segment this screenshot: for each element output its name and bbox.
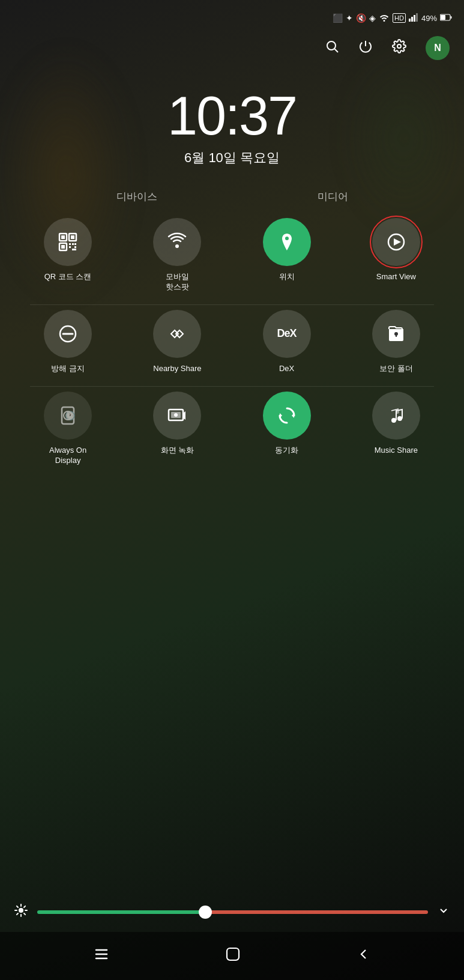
tile-dnd[interactable]: 방해 금지 bbox=[18, 310, 118, 374]
tabs-row: 디바이스 미디어 bbox=[0, 185, 464, 208]
smart-view-icon-wrap bbox=[372, 218, 420, 266]
hd-icon: HD bbox=[393, 13, 406, 23]
clock-time: 10:37 bbox=[167, 89, 297, 143]
recents-button[interactable] bbox=[94, 948, 109, 964]
qr-scan-icon-wrap bbox=[44, 218, 92, 266]
aod-icon-wrap: 🕐 bbox=[44, 392, 92, 440]
svg-point-9 bbox=[397, 44, 401, 48]
svg-marker-38 bbox=[292, 413, 294, 418]
svg-rect-0 bbox=[409, 19, 411, 22]
tile-qr-scan[interactable]: QR 코드 스캔 bbox=[18, 218, 118, 292]
svg-line-8 bbox=[335, 49, 339, 53]
svg-rect-11 bbox=[61, 235, 65, 239]
svg-rect-16 bbox=[69, 243, 71, 245]
bluetooth-icon: ✦ bbox=[346, 13, 353, 23]
spacer bbox=[0, 477, 464, 892]
brightness-icon bbox=[14, 904, 28, 920]
dnd-label: 방해 금지 bbox=[51, 364, 85, 374]
svg-line-48 bbox=[17, 906, 18, 907]
tile-mobile-hotspot[interactable]: 모바일핫스팟 bbox=[127, 218, 227, 292]
brightness-chevron[interactable] bbox=[438, 904, 450, 919]
qs-header: N bbox=[0, 36, 464, 65]
svg-marker-23 bbox=[394, 238, 401, 246]
power-button[interactable] bbox=[358, 39, 373, 57]
dnd-icon-wrap bbox=[44, 310, 92, 358]
svg-rect-20 bbox=[72, 249, 76, 250]
brightness-thumb[interactable] bbox=[199, 906, 212, 919]
tab-media[interactable]: 미디어 bbox=[306, 185, 360, 208]
avatar[interactable]: N bbox=[426, 36, 450, 60]
brightness-bar bbox=[0, 892, 464, 932]
tile-screen-record[interactable]: 화면 녹화 bbox=[127, 392, 227, 466]
tile-secure-folder[interactable]: 보안 폴더 bbox=[346, 310, 446, 374]
tiles-row-1: QR 코드 스캔 모바일핫스팟 bbox=[18, 218, 446, 292]
qr-scan-label: QR 코드 스캔 bbox=[44, 272, 92, 282]
wifi-icon bbox=[379, 13, 390, 23]
status-icons: ⬛ ✦ 🔇 ◈ HD 49% bbox=[333, 13, 452, 23]
divider-2 bbox=[30, 386, 434, 387]
divider-1 bbox=[30, 304, 434, 305]
tiles-section: QR 코드 스캔 모바일핫스팟 bbox=[0, 218, 464, 477]
mute-icon: 🔇 bbox=[356, 13, 366, 23]
svg-point-40 bbox=[391, 418, 396, 423]
svg-rect-6 bbox=[451, 16, 452, 19]
tile-sync[interactable]: 동기화 bbox=[237, 392, 337, 466]
search-button[interactable] bbox=[325, 39, 339, 57]
svg-rect-18 bbox=[74, 243, 76, 245]
secure-folder-icon-wrap bbox=[372, 310, 420, 358]
tile-nearby-share[interactable]: Nearby Share bbox=[127, 310, 227, 374]
svg-rect-21 bbox=[74, 246, 76, 248]
hotspot-label: 모바일핫스팟 bbox=[166, 272, 189, 292]
secure-folder-label: 보안 폴더 bbox=[379, 364, 413, 374]
dex-label: DeX bbox=[279, 364, 294, 374]
screen-record-icon-wrap bbox=[153, 392, 201, 440]
battery-icon bbox=[440, 13, 452, 23]
tiles-row-3: 🕐 Always OnDisplay bbox=[18, 392, 446, 466]
back-button[interactable] bbox=[357, 948, 370, 964]
nav-bar bbox=[0, 932, 464, 980]
home-button[interactable] bbox=[224, 946, 241, 966]
svg-rect-15 bbox=[61, 245, 65, 249]
svg-point-43 bbox=[19, 908, 23, 913]
nearby-share-label: Nearby Share bbox=[153, 364, 201, 374]
battery-text: 49% bbox=[421, 14, 437, 23]
svg-rect-19 bbox=[69, 246, 71, 248]
signal-icon bbox=[409, 13, 418, 23]
settings-button[interactable] bbox=[392, 39, 406, 57]
tile-smart-view[interactable]: Smart View bbox=[346, 218, 446, 292]
music-share-label: Music Share bbox=[375, 446, 418, 456]
clock-area: 10:37 6월 10일 목요일 bbox=[0, 65, 464, 185]
svg-rect-3 bbox=[416, 13, 418, 22]
tile-location[interactable]: 위치 bbox=[237, 218, 337, 292]
svg-rect-2 bbox=[414, 15, 415, 22]
clock-date: 6월 10일 목요일 bbox=[184, 149, 280, 167]
tile-dex[interactable]: DeX DeX bbox=[237, 310, 337, 374]
svg-rect-55 bbox=[227, 948, 239, 960]
location-icon-wrap bbox=[263, 218, 311, 266]
sync-label: 동기화 bbox=[275, 446, 298, 456]
location-icon: ◈ bbox=[369, 13, 376, 23]
brightness-track[interactable] bbox=[37, 910, 428, 914]
hotspot-icon-wrap bbox=[153, 218, 201, 266]
svg-point-41 bbox=[397, 416, 402, 421]
music-share-icon-wrap bbox=[372, 392, 420, 440]
svg-point-37 bbox=[174, 413, 178, 417]
tiles-row-2: 방해 금지 Nearby Share DeX DeX bbox=[18, 310, 446, 374]
dex-icon-wrap: DeX bbox=[263, 310, 311, 358]
sync-icon-wrap bbox=[263, 392, 311, 440]
tile-music-share[interactable]: Music Share bbox=[346, 392, 446, 466]
status-bar: ⬛ ✦ 🔇 ◈ HD 49% bbox=[0, 0, 464, 36]
svg-point-7 bbox=[327, 41, 336, 50]
svg-rect-28 bbox=[396, 334, 397, 337]
location-label: 위치 bbox=[279, 272, 295, 282]
svg-line-49 bbox=[24, 913, 25, 915]
smart-view-label: Smart View bbox=[376, 272, 416, 282]
aod-label: Always OnDisplay bbox=[49, 446, 86, 466]
svg-marker-39 bbox=[280, 413, 282, 418]
svg-rect-5 bbox=[441, 15, 445, 20]
svg-rect-13 bbox=[71, 235, 74, 239]
nearby-share-icon-wrap bbox=[153, 310, 201, 358]
svg-line-51 bbox=[17, 913, 18, 915]
tab-device[interactable]: 디바이스 bbox=[104, 185, 169, 208]
tile-always-on-display[interactable]: 🕐 Always OnDisplay bbox=[18, 392, 118, 466]
